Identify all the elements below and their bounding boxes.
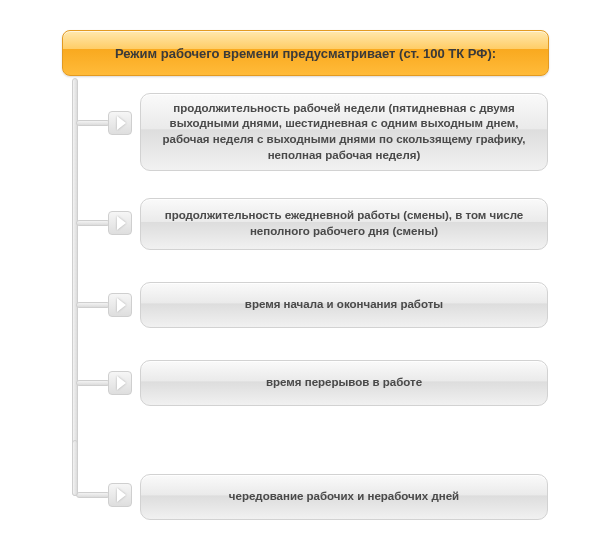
- diagram-item-text: чередование рабочих и нерабочих дней: [229, 489, 459, 505]
- diagram-item-5: чередование рабочих и нерабочих дней: [140, 474, 548, 520]
- diagram-item-2: продолжительность ежедневной работы (сме…: [140, 198, 548, 250]
- arrow-right-icon: [108, 211, 132, 235]
- diagram-canvas: Режим рабочего времени предусматривает (…: [0, 0, 600, 557]
- connector-h: [76, 120, 110, 126]
- connector-v: [72, 440, 78, 496]
- arrow-right-icon: [108, 371, 132, 395]
- diagram-header: Режим рабочего времени предусматривает (…: [62, 30, 549, 76]
- diagram-title: Режим рабочего времени предусматривает (…: [115, 46, 496, 61]
- diagram-item-4: время перерывов в работе: [140, 360, 548, 406]
- connector-trunk: [72, 78, 78, 496]
- diagram-item-1: продолжительность рабочей недели (пятидн…: [140, 93, 548, 171]
- connector-h: [76, 302, 110, 308]
- diagram-item-text: время перерывов в работе: [266, 375, 422, 391]
- diagram-item-text: продолжительность рабочей недели (пятидн…: [155, 101, 533, 163]
- diagram-item-3: время начала и окончания работы: [140, 282, 548, 328]
- connector-h: [76, 492, 110, 498]
- connector-h: [76, 220, 110, 226]
- arrow-right-icon: [108, 483, 132, 507]
- connector-h: [76, 380, 110, 386]
- arrow-right-icon: [108, 111, 132, 135]
- diagram-item-text: продолжительность ежедневной работы (сме…: [155, 208, 533, 239]
- arrow-right-icon: [108, 293, 132, 317]
- diagram-item-text: время начала и окончания работы: [245, 297, 443, 313]
